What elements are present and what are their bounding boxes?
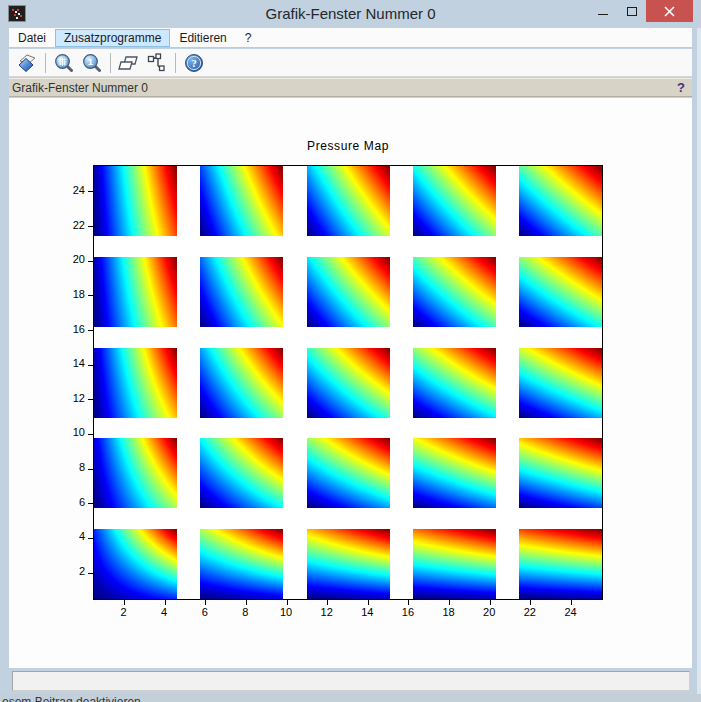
window-right-edge [697,0,701,697]
x-tick [408,600,409,605]
x-tick [327,600,328,605]
zoom-grid-button[interactable] [51,51,77,75]
minimize-button[interactable] [588,0,617,22]
heatmap-tile-r3-c2 [307,257,390,327]
maximize-icon [627,7,637,16]
heatmap-tile-r0-c2 [307,529,390,599]
menu-item-editieren[interactable]: Editieren [170,29,235,47]
heatmap-tile-r2-c3 [413,348,496,418]
heatmap-tile-r1-c0 [94,438,177,508]
y-tick [88,469,93,470]
y-tick-label: 6 [45,496,85,508]
y-tick-label: 12 [45,392,85,404]
heatmap-tile-r3-c1 [200,257,283,327]
desktop-background-bottom: esem Beitrag deaktivieren [0,694,701,702]
x-tick-label: 10 [271,606,301,618]
x-tick-label: 22 [515,606,545,618]
x-tick-label: 16 [393,606,423,618]
y-tick-label: 20 [45,253,85,265]
x-tick-label: 24 [556,606,586,618]
y-tick [88,538,93,539]
help-button[interactable]: ? [181,51,207,75]
windows-icon [118,53,140,73]
heatmap-tile-r1-c4 [519,438,602,508]
y-tick [88,365,93,366]
graph-icon [147,53,167,73]
y-tick-label: 14 [45,357,85,369]
print-button[interactable] [14,51,40,75]
menu-bar: Datei Zusatzprogramme Editieren ? [9,28,692,48]
x-tick [246,600,247,605]
x-tick-label: 8 [230,606,260,618]
heatmap-tile-r1-c1 [200,438,283,508]
heatmap-tile-r0-c3 [413,529,496,599]
heatmap-tile-r2-c4 [519,348,602,418]
menu-item-datei[interactable]: Datei [9,29,55,47]
y-tick [88,503,93,504]
plot-area [93,165,603,600]
zoom-original-icon: 1 [82,53,102,73]
toolbar-separator [45,53,46,73]
title-bar[interactable]: Grafik-Fenster Nummer 0 [0,0,701,28]
x-tick-label: 4 [149,606,179,618]
maximize-button[interactable] [617,0,646,22]
plot-caption-bar: Grafik-Fenster Nummer 0 ? [9,78,692,97]
heatmap-tile-r0-c4 [519,529,602,599]
y-tick [88,434,93,435]
heatmap-tile-r2-c2 [307,348,390,418]
graph-button[interactable] [144,51,170,75]
y-tick-label: 10 [45,426,85,438]
y-tick [88,191,93,192]
x-tick [205,600,206,605]
svg-text:1: 1 [88,56,94,67]
heatmap-tile-r4-c4 [519,166,602,236]
y-tick-label: 16 [45,323,85,335]
zoom-original-button[interactable]: 1 [79,51,105,75]
y-tick [88,226,93,227]
x-tick [165,600,166,605]
heatmap-tile-r4-c2 [307,166,390,236]
x-tick-label: 6 [190,606,220,618]
x-tick-label: 2 [108,606,138,618]
y-tick [88,330,93,331]
toolbar-separator [110,53,111,73]
plot-title: Pressure Map [93,139,603,153]
y-tick [88,261,93,262]
y-tick-label: 4 [45,530,85,542]
heatmap-tile-r0-c1 [200,529,283,599]
heatmap-tile-r4-c3 [413,166,496,236]
zoom-grid-icon [54,53,74,73]
heatmap-tile-r3-c3 [413,257,496,327]
x-tick [287,600,288,605]
menu-item-hilfe[interactable]: ? [236,29,261,47]
heatmap-tile-r3-c4 [519,257,602,327]
y-tick-label: 18 [45,288,85,300]
background-clipped-text: esem Beitrag deaktivieren [2,695,141,702]
close-button[interactable] [646,0,693,22]
y-tick-label: 2 [45,565,85,577]
y-tick-label: 8 [45,461,85,473]
toolbar: 1 ? [9,49,692,77]
y-tick [88,399,93,400]
x-tick [124,600,125,605]
caption-help-icon[interactable]: ? [677,80,685,95]
x-tick [449,600,450,605]
close-icon [664,6,675,17]
y-tick [88,573,93,574]
svg-text:?: ? [191,58,196,69]
plot-caption-label: Grafik-Fenster Nummer 0 [12,81,148,95]
status-bar [12,671,690,691]
help-icon: ? [184,53,204,73]
menu-item-zusatzprogramme[interactable]: Zusatzprogramme [55,29,170,47]
heatmap-tile-r2-c1 [200,348,283,418]
windows-button[interactable] [116,51,142,75]
y-tick-label: 24 [45,184,85,196]
x-tick-label: 12 [312,606,342,618]
heatmap-tile-r4-c1 [200,166,283,236]
heatmap-tile-r4-c0 [94,166,177,236]
y-tick-label: 22 [45,219,85,231]
heatmap-tile-r2-c0 [94,348,177,418]
x-tick [490,600,491,605]
heatmap-tile-r1-c3 [413,438,496,508]
heatmap-tile-r1-c2 [307,438,390,508]
